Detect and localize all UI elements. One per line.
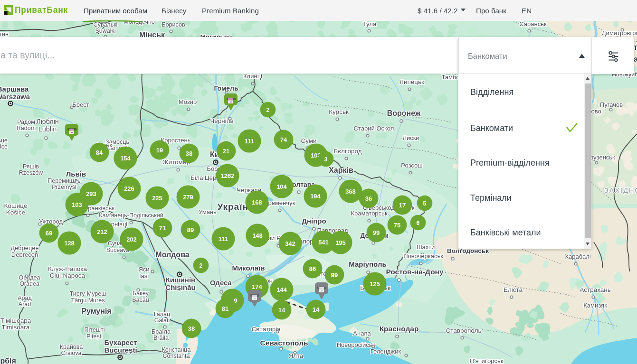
svg-text:Лиски: Лиски <box>402 134 419 141</box>
svg-text:Кишинів: Кишинів <box>166 276 196 284</box>
svg-text:111: 111 <box>245 138 254 145</box>
svg-text:Craiova: Craiova <box>61 350 81 356</box>
svg-text:Oradea: Oradea <box>19 280 39 287</box>
svg-text:368: 368 <box>345 188 356 195</box>
svg-text:Радом: Радом <box>17 119 35 125</box>
svg-text:Маріуполь: Маріуполь <box>349 260 386 268</box>
svg-text:Львів: Львів <box>66 170 86 178</box>
svg-text:Тиргу-Муреш: Тиргу-Муреш <box>70 290 106 297</box>
svg-text:Бакеу: Бакеу <box>133 290 149 297</box>
svg-text:19: 19 <box>156 147 163 154</box>
svg-text:Arad: Arad <box>19 301 31 308</box>
svg-text:Галац: Галац <box>154 311 170 317</box>
svg-text:9: 9 <box>234 297 237 304</box>
svg-text:Мозир: Мозир <box>179 98 197 105</box>
svg-text:195: 195 <box>335 239 346 246</box>
svg-text:Харабалі: Харабалі <box>564 253 590 260</box>
svg-text:Constanța: Constanța <box>163 353 190 359</box>
svg-text:Новоросійськ: Новоросійськ <box>337 341 375 348</box>
svg-text:Pitești: Pitești <box>86 333 103 340</box>
svg-text:75: 75 <box>394 222 400 229</box>
svg-text:293: 293 <box>86 190 96 197</box>
svg-text:226: 226 <box>124 185 134 192</box>
svg-text:Дніпро: Дніпро <box>302 217 326 225</box>
svg-text:99: 99 <box>373 229 380 236</box>
svg-text:Арад: Арад <box>18 295 32 301</box>
svg-text:Ростов-на-Дону: Ростов-на-Дону <box>386 268 444 276</box>
svg-text:154: 154 <box>120 155 131 162</box>
svg-text:Клинці: Клинці <box>243 73 262 80</box>
svg-text:Старий Оскол: Старий Оскол <box>354 125 394 132</box>
svg-text:Шахти: Шахти <box>417 243 435 251</box>
svg-text:144: 144 <box>276 286 287 293</box>
svg-text:Brăila: Brăila <box>153 335 169 341</box>
svg-text:Warszawa: Warszawa <box>0 93 30 101</box>
svg-text:Пугачов: Пугачов <box>600 101 623 108</box>
svg-text:ЗАХІДНОК: ЗАХІДНОК <box>604 187 637 194</box>
svg-text:Борисов: Борисов <box>162 21 185 28</box>
svg-text:Debrecen: Debrecen <box>11 251 38 258</box>
svg-text:Липецьк: Липецьк <box>399 78 424 85</box>
svg-text:81: 81 <box>222 305 228 312</box>
svg-text:льце: льце <box>0 137 8 144</box>
svg-text:elce: elce <box>0 143 8 150</box>
svg-text:Сербія: Сербія <box>0 357 16 364</box>
svg-text:84: 84 <box>96 149 103 156</box>
svg-text:541: 541 <box>318 239 329 246</box>
svg-text:Košice: Košice <box>6 209 26 216</box>
svg-text:Воронеж: Воронеж <box>387 109 421 117</box>
svg-text:Galați: Galați <box>154 317 170 324</box>
svg-text:14: 14 <box>278 307 285 314</box>
svg-text:Suwałki: Suwałki <box>95 28 115 34</box>
svg-text:279: 279 <box>183 194 193 201</box>
svg-text:Iași: Iași <box>139 272 149 280</box>
svg-text:17: 17 <box>399 202 406 209</box>
svg-text:14: 14 <box>313 306 320 313</box>
svg-text:71: 71 <box>159 224 166 232</box>
svg-text:Суми: Суми <box>301 137 316 144</box>
svg-text:Одеса: Одеса <box>210 279 232 287</box>
svg-text:Сувалькі: Сувалькі <box>94 21 118 28</box>
svg-text:Димитровград: Димитровград <box>602 29 637 37</box>
svg-text:Chișinău: Chișinău <box>165 283 195 291</box>
svg-text:Rzeszów: Rzeszów <box>19 169 44 176</box>
svg-text:Târgu Mureș: Târgu Mureș <box>71 297 105 304</box>
svg-text:Przemyśl: Przemyśl <box>52 184 76 190</box>
svg-text:104: 104 <box>276 183 287 190</box>
svg-text:Румунія: Румунія <box>81 307 111 315</box>
svg-text:74: 74 <box>280 136 287 143</box>
svg-text:3: 3 <box>324 156 328 163</box>
svg-text:2: 2 <box>200 262 203 269</box>
svg-text:Миколаїв: Миколаїв <box>232 264 265 272</box>
svg-text:38: 38 <box>186 150 192 157</box>
svg-text:П'ятиґорськ: П'ятиґорськ <box>470 357 504 364</box>
svg-text:Тула: Тула <box>363 20 377 28</box>
svg-text:174: 174 <box>252 283 262 290</box>
svg-text:Севастополь: Севастополь <box>260 339 308 347</box>
svg-text:Cluj-Napoca: Cluj-Napoca <box>50 272 86 279</box>
svg-text:36: 36 <box>365 195 372 202</box>
svg-text:Харків: Харків <box>329 166 353 174</box>
svg-text:Тімішоара: Тімішоара <box>0 317 31 324</box>
svg-text:99: 99 <box>331 271 338 279</box>
svg-text:Lublin: Lublin <box>38 125 57 133</box>
svg-text:Брест: Брест <box>72 101 89 108</box>
svg-text:Крайова: Крайова <box>60 344 83 350</box>
svg-text:București: București <box>104 346 137 354</box>
svg-text:Кам'янець-Подільський: Кам'янець-Подільський <box>99 212 163 219</box>
svg-text:Дебрецен: Дебрецен <box>10 244 39 252</box>
svg-text:6: 6 <box>417 220 420 226</box>
svg-text:Бухарест: Бухарест <box>105 338 137 346</box>
svg-text:Люблін: Люблін <box>36 118 59 125</box>
svg-text:168: 168 <box>252 199 262 206</box>
svg-text:202: 202 <box>126 236 137 243</box>
svg-text:86: 86 <box>309 265 316 272</box>
svg-text:Клуж-Напока: Клуж-Напока <box>48 265 87 272</box>
svg-text:Timișoara: Timișoara <box>2 324 30 331</box>
svg-text:Констанца: Констанца <box>162 346 191 353</box>
svg-text:128: 128 <box>64 240 75 247</box>
svg-text:Radom: Radom <box>17 125 36 131</box>
svg-text:Курськ: Курськ <box>329 108 349 115</box>
svg-text:Краснодар: Краснодар <box>380 325 419 333</box>
svg-text:рузенськ: рузенськ <box>590 154 615 161</box>
